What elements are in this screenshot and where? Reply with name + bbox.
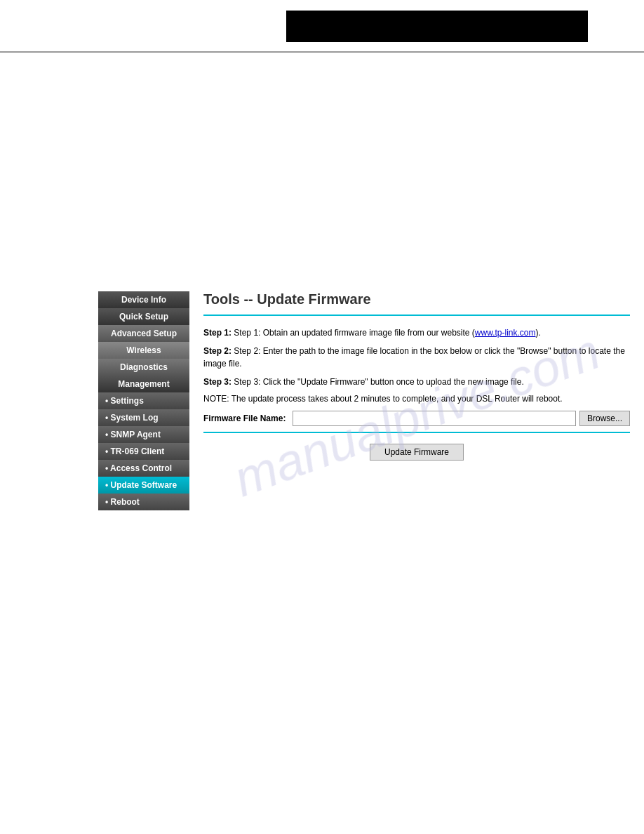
bottom-divider bbox=[203, 432, 630, 433]
sidebar-item-device-info[interactable]: Device Info bbox=[98, 291, 189, 308]
sidebar-item-settings[interactable]: • Settings bbox=[98, 392, 189, 409]
content-area: Tools -- Update Firmware Step 1: Step 1:… bbox=[189, 291, 644, 510]
sidebar-item-quick-setup[interactable]: Quick Setup bbox=[98, 308, 189, 325]
sidebar-item-snmp-agent[interactable]: • SNMP Agent bbox=[98, 426, 189, 443]
step3-text: Step 3: Step 3: Click the "Update Firmwa… bbox=[203, 376, 630, 388]
firmware-file-input[interactable] bbox=[293, 411, 576, 426]
firmware-label: Firmware File Name: bbox=[203, 413, 286, 423]
page-title: Tools -- Update Firmware bbox=[203, 291, 630, 307]
sidebar: Device Info Quick Setup Advanced Setup W… bbox=[98, 291, 189, 510]
browse-button[interactable]: Browse... bbox=[579, 411, 630, 426]
sidebar-item-update-software[interactable]: • Update Software bbox=[98, 477, 189, 494]
step1-text: Step 1: Step 1: Obtain an updated firmwa… bbox=[203, 326, 630, 339]
update-firmware-button[interactable]: Update Firmware bbox=[370, 444, 464, 461]
sidebar-item-system-log[interactable]: • System Log bbox=[98, 409, 189, 426]
sidebar-item-diagnostics[interactable]: Diagnostics bbox=[98, 359, 189, 376]
firmware-row: Firmware File Name: Browse... bbox=[203, 411, 630, 426]
note-text: NOTE: The update process takes about 2 m… bbox=[203, 394, 630, 404]
sidebar-item-management[interactable]: Management bbox=[98, 376, 189, 392]
header-bar bbox=[286, 11, 588, 42]
top-header bbox=[0, 0, 644, 53]
sidebar-item-advanced-setup[interactable]: Advanced Setup bbox=[98, 325, 189, 342]
tp-link-link[interactable]: www.tp-link.com bbox=[475, 328, 536, 338]
sidebar-item-tr069-client[interactable]: • TR-069 Client bbox=[98, 443, 189, 460]
sidebar-item-access-control[interactable]: • Access Control bbox=[98, 460, 189, 477]
update-btn-row: Update Firmware bbox=[203, 444, 630, 461]
sidebar-item-wireless[interactable]: Wireless bbox=[98, 342, 189, 359]
main-layout: Device Info Quick Setup Advanced Setup W… bbox=[0, 291, 644, 510]
top-divider bbox=[203, 315, 630, 316]
step2-text: Step 2: Step 2: Enter the path to the im… bbox=[203, 345, 630, 370]
sidebar-item-reboot[interactable]: • Reboot bbox=[98, 494, 189, 510]
